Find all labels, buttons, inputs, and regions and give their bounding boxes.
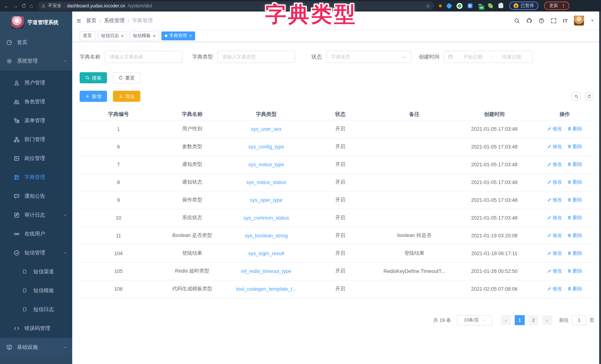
sidebar-item[interactable]: 在线用户	[0, 224, 72, 243]
edit-link[interactable]: 修改	[547, 285, 562, 292]
page-button[interactable]: 1	[515, 315, 525, 325]
delete-link[interactable]: 删除	[567, 179, 582, 185]
user-avatar[interactable]	[574, 16, 584, 26]
sidebar-item[interactable]: 短信日志	[0, 300, 72, 319]
sidebar-item[interactable]: 短信模板	[0, 281, 72, 300]
export-button[interactable]: 导出	[113, 91, 140, 102]
search-button[interactable]: 搜索	[80, 72, 107, 83]
ext-green-leaf-icon[interactable]	[488, 3, 493, 8]
sidebar-item[interactable]: 短信管理	[0, 243, 72, 262]
edit-link[interactable]: 修改	[547, 250, 562, 257]
kebab-menu-icon[interactable]: ⋮	[561, 3, 566, 9]
sidebar-item[interactable]: 通知公告	[0, 187, 72, 205]
tab[interactable]: 短信模板×	[130, 31, 159, 40]
sidebar-item[interactable]: 审计日志	[0, 205, 72, 224]
scrollbar-track[interactable]	[599, 11, 601, 364]
dict-type-link[interactable]: tool_codegen_template_t...	[236, 286, 296, 292]
delete-link[interactable]: 删除	[567, 197, 582, 203]
caret-down-icon[interactable]	[590, 19, 594, 23]
fullscreen-icon[interactable]	[551, 18, 557, 23]
tab-close-icon[interactable]: ×	[153, 33, 156, 38]
bookmark-star-icon[interactable]: ☆	[426, 3, 430, 9]
edit-link[interactable]: 修改	[547, 232, 562, 239]
sidebar-item[interactable]: 错误码管理	[0, 319, 72, 338]
audit-log-icon	[13, 212, 20, 218]
prev-page-button[interactable]: ‹	[501, 315, 511, 325]
edit-link[interactable]: 修改	[547, 126, 562, 132]
date-range-picker[interactable]: 开始日期 - 结束日期	[444, 51, 533, 63]
ext-blue-grid-icon[interactable]	[468, 3, 472, 8]
delete-link[interactable]: 删除	[567, 214, 582, 221]
status-select[interactable]: 字典状态	[326, 51, 411, 63]
home-icon[interactable]: ⌂	[30, 3, 33, 9]
page-button[interactable]: 2	[528, 315, 538, 325]
delete-link[interactable]: 删除	[567, 285, 582, 292]
tab-close-icon[interactable]: ×	[121, 33, 124, 38]
created-time-cell: 2021-01-05 17:03:48	[471, 215, 518, 221]
dict-type-link[interactable]: sys_user_sex	[251, 126, 281, 132]
dict-name-input[interactable]	[105, 51, 182, 63]
edit-link[interactable]: 修改	[547, 197, 562, 203]
header-search-icon[interactable]	[514, 18, 520, 23]
sidebar-item[interactable]: 岗位管理	[0, 149, 72, 168]
sidebar-item[interactable]: 部门管理	[0, 130, 72, 149]
sidebar-item[interactable]: 角色管理	[0, 92, 72, 111]
dict-type-link[interactable]: sys_notice_type	[248, 162, 284, 167]
sidebar-item[interactable]: 基础设施	[0, 338, 72, 357]
edit-link[interactable]: 修改	[547, 143, 562, 150]
sidebar-item[interactable]: 菜单管理	[0, 111, 72, 130]
dict-type-link[interactable]: inf_redis_timeout_type	[241, 268, 291, 274]
delete-link[interactable]: 删除	[567, 232, 582, 239]
add-button[interactable]: 新增	[80, 91, 107, 102]
sidebar-item[interactable]: 用户管理	[0, 73, 72, 92]
dict-type-input[interactable]	[217, 51, 295, 63]
tab[interactable]: 首页	[80, 31, 95, 40]
ext-green-circle-icon[interactable]	[457, 3, 462, 9]
ext-puzzle-icon[interactable]	[498, 3, 503, 8]
browser-update-button[interactable]: 更新 ⋮	[544, 1, 570, 10]
ext-blue-gem-icon[interactable]	[446, 3, 452, 9]
breadcrumb-home[interactable]: 首页	[86, 17, 96, 24]
delete-link[interactable]: 删除	[567, 250, 582, 257]
table-search-toggle-button[interactable]	[572, 92, 581, 101]
tab[interactable]: 字典管理×	[161, 31, 195, 40]
delete-link[interactable]: 删除	[567, 161, 582, 168]
paused-extension-button[interactable]: 已暂停	[509, 1, 538, 10]
dict-type-link[interactable]: sys_config_type	[248, 144, 284, 149]
forward-icon[interactable]: →	[13, 3, 18, 9]
delete-link[interactable]: 删除	[567, 126, 582, 132]
font-size-icon[interactable]: tT	[563, 18, 568, 23]
ext-tampermonkey-icon[interactable]: on	[477, 3, 483, 9]
dict-type-link[interactable]: sys_oper_type	[250, 197, 282, 203]
dict-type-link[interactable]: sys_notice_status	[246, 179, 286, 185]
page-size-select[interactable]: 10条/页	[457, 315, 492, 325]
sidebar-item[interactable]: 短信渠道	[0, 262, 72, 281]
delete-link[interactable]: 删除	[567, 268, 582, 274]
edit-link[interactable]: 修改	[547, 179, 562, 185]
sidebar-item[interactable]: 首页	[0, 33, 72, 52]
sidebar-item[interactable]: 字典管理	[0, 168, 72, 187]
dict-type-link[interactable]: sys_login_result	[248, 251, 284, 256]
goto-page-input[interactable]	[572, 315, 587, 325]
dict-type-link[interactable]: sys_common_status	[243, 215, 289, 221]
address-bar[interactable]: ⚠ 不安全 dashboard.yudao.iocoder.cn/system/…	[38, 1, 434, 10]
tab[interactable]: 短信日志×	[98, 31, 127, 40]
breadcrumb-system[interactable]: 系统管理	[104, 17, 125, 24]
edit-link[interactable]: 修改	[547, 214, 562, 221]
ext-orange-ring-icon[interactable]	[439, 4, 442, 7]
table-refresh-button[interactable]	[585, 92, 594, 101]
back-icon[interactable]: ←	[4, 3, 9, 9]
edit-link[interactable]: 修改	[547, 268, 562, 274]
app-logo[interactable]: 芋道管理系统	[0, 11, 72, 33]
reset-button[interactable]: 重置	[113, 72, 140, 83]
next-page-button[interactable]: ›	[542, 315, 552, 325]
hamburger-icon[interactable]: ≡	[77, 17, 81, 24]
reload-icon[interactable]	[21, 3, 26, 8]
delete-link[interactable]: 删除	[567, 143, 582, 150]
tab-close-icon[interactable]: ×	[189, 33, 192, 38]
edit-link[interactable]: 修改	[547, 161, 562, 168]
github-icon[interactable]	[526, 18, 532, 23]
sidebar-item[interactable]: 系统管理	[0, 52, 72, 70]
help-icon[interactable]	[538, 18, 544, 23]
dict-type-link[interactable]: sys_boolean_string	[245, 233, 288, 238]
